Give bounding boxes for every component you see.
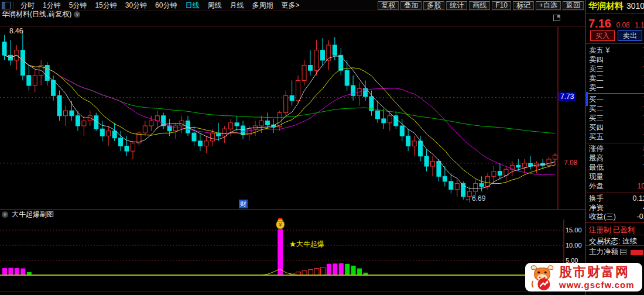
period-menu-item[interactable]: 60分钟 <box>151 1 181 11</box>
price-block: 7.16 0.08 1.13 <box>588 17 644 30</box>
buy-button[interactable]: 买入 <box>590 30 615 41</box>
stat-value: 0.12% <box>633 194 644 204</box>
period-menu-item[interactable]: 日线 <box>181 1 203 11</box>
bid-level-label: 买二 <box>589 104 604 114</box>
watermark-url: www.gscfw.com <box>559 280 635 289</box>
period-menu-item[interactable]: 1分钟 <box>39 1 65 11</box>
tool-button[interactable]: 叠加 <box>400 1 422 10</box>
bid-row[interactable]: 买二 7.1 <box>586 104 644 114</box>
detail-stats-1: 涨停 8.5 最高 7.1 最低 7.0 现量 外盘 1072 <box>586 144 644 191</box>
period-menu-item[interactable]: 更多> <box>277 1 303 11</box>
period-menu-item[interactable]: 5分钟 <box>65 1 91 11</box>
indicator-title: 大牛起爆副图 <box>12 210 54 219</box>
layout-split-icon[interactable] <box>2 2 11 9</box>
stat-row: 外盘 1072 <box>586 181 644 191</box>
ask-level-label: 卖二 <box>589 74 604 83</box>
stat-label: 现量 <box>589 172 604 181</box>
main-candlestick-chart[interactable] <box>0 26 585 210</box>
cai-news-badge[interactable]: 财 <box>239 200 248 208</box>
ask-level-label: 卖五 ¥ <box>589 46 609 55</box>
period-menu-item[interactable]: 30分钟 <box>121 1 151 11</box>
indicator-collapse-icon[interactable]: ∨ <box>2 211 8 218</box>
svg-text:¥: ¥ <box>279 222 282 228</box>
tool-button[interactable]: +自选 <box>536 1 561 10</box>
ask-level-label: 卖一 <box>589 83 604 92</box>
stat-label: 换手 <box>589 194 604 204</box>
main-force-label: 主力净额 <box>589 248 618 256</box>
prev-close-label: 7.08 <box>564 159 577 167</box>
quote-panel: 华润材料301090 7.16 0.08 1.13 买入 卖出 卖五 ¥ 7.2… <box>585 0 644 295</box>
indicator-header: ∨ 大牛起爆副图 <box>0 210 585 219</box>
site-watermark: 股市财富网 www.gscfw.com <box>525 263 642 291</box>
stat-row: 现量 <box>586 172 644 181</box>
stock-code: 301090 <box>626 1 644 11</box>
price-change-pct: 1.13 <box>635 21 644 29</box>
bid-level-label: 买四 <box>589 123 604 132</box>
ask-level-label: 卖四 <box>589 55 604 64</box>
stat-value: 1072 <box>637 181 644 191</box>
signal-annotation: ★大牛起爆 <box>289 239 324 249</box>
ask-row[interactable]: 卖二 7.1 <box>586 74 644 83</box>
ask-row[interactable]: 卖一 7.1 <box>586 83 644 92</box>
stat-label: 最低 <box>589 163 604 172</box>
indicator-axis-tick: 15.00 <box>566 227 582 234</box>
low-price-marker: ←6.69 <box>465 194 485 203</box>
high-price-marker: 8.46 <box>9 27 23 35</box>
main-force-bar <box>631 250 643 255</box>
bid-queue: 买一 7.1 买二 7.1 买三 7.1 买四 7.1 买五 7.1 <box>586 95 644 142</box>
bull-logo-icon <box>529 264 556 291</box>
stat-label: 涨停 <box>589 144 604 153</box>
stat-label: 最高 <box>589 153 604 163</box>
price-change: 0.08 <box>616 21 629 29</box>
ask-queue: 卖五 ¥ 7.2 卖四 7.1 卖三 7.1 卖二 7.1 卖一 7.1 <box>586 46 644 92</box>
tool-button[interactable]: 画线 <box>469 1 490 10</box>
ask-row[interactable]: 卖四 7.1 <box>586 55 644 64</box>
stat-row: 最低 7.0 <box>586 163 644 172</box>
tool-button[interactable]: 标记 <box>513 1 534 10</box>
period-menu-item[interactable]: 15分钟 <box>91 1 121 11</box>
period-menu-item[interactable]: 周线 <box>203 1 225 11</box>
bid-level-label: 买三 <box>589 114 604 123</box>
tool-button[interactable]: 返回 <box>563 1 584 10</box>
tool-button[interactable]: 复权 <box>378 1 399 10</box>
period-menu-item[interactable]: 月线 <box>225 1 248 11</box>
bid-row[interactable]: 买五 7.1 <box>586 132 644 142</box>
stat-row: 收益(三) -0.06 <box>586 212 644 222</box>
tool-button[interactable]: 统计 <box>446 1 467 10</box>
bid-row[interactable]: 买一 7.1 <box>586 95 644 104</box>
list-icon[interactable] <box>620 249 626 255</box>
bid-level-label: 买一 <box>589 95 604 104</box>
stat-label: 净资 <box>589 204 604 213</box>
tool-button[interactable]: F10 <box>492 1 511 10</box>
window-restore-icon[interactable] <box>553 15 560 21</box>
registration-status: 注册制 已盈利 <box>589 225 635 235</box>
tool-button[interactable]: 多股 <box>423 1 444 10</box>
stat-row: 涨停 8.5 <box>586 144 644 153</box>
bid-row[interactable]: 买三 7.1 <box>586 114 644 123</box>
stat-label: 外盘 <box>589 181 604 191</box>
stat-row: 换手 0.12% <box>586 194 644 204</box>
ask-level-label: 卖三 <box>589 64 604 74</box>
chart-title-row: 华润材料(日线,前复权) ∨ <box>2 11 102 18</box>
collapse-chevron-icon[interactable]: ∨ <box>74 11 80 18</box>
watermark-title: 股市财富网 <box>559 266 635 279</box>
bid-level-label: 买五 <box>589 132 604 142</box>
indicator-axis-tick: 10.00 <box>566 242 582 249</box>
period-menu: 分时1分钟5分钟15分钟30分钟60分钟日线周线月线多周期更多> <box>16 1 303 11</box>
ask-row[interactable]: 卖五 ¥ 7.2 <box>586 46 644 55</box>
stat-row: 最高 7.1 <box>586 153 644 163</box>
period-menu-item[interactable]: 多周期 <box>248 1 277 11</box>
last-price: 7.16 <box>588 17 611 30</box>
quote-info-row <box>2 18 53 26</box>
stock-name: 华润材料301090 <box>588 1 644 12</box>
ask-row[interactable]: 卖三 7.1 <box>586 64 644 74</box>
tool-buttons: 复权叠加多股统计画线F10标记+自选返回 <box>378 1 585 10</box>
toolbar-divider <box>13 2 13 9</box>
trading-app-window: 分时1分钟5分钟15分钟30分钟60分钟日线周线月线多周期更多> 复权叠加多股统… <box>0 0 644 295</box>
period-menu-item[interactable]: 分时 <box>16 1 39 11</box>
top-toolbar: 分时1分钟5分钟15分钟30分钟60分钟日线周线月线多周期更多> 复权叠加多股统… <box>0 0 585 11</box>
indicator-sub-chart[interactable]: ¥ <box>0 219 585 291</box>
bid-row[interactable]: 买四 7.1 <box>586 123 644 132</box>
sell-button[interactable]: 卖出 <box>618 30 642 41</box>
selected-level-label[interactable]: 7.73 <box>559 92 576 101</box>
